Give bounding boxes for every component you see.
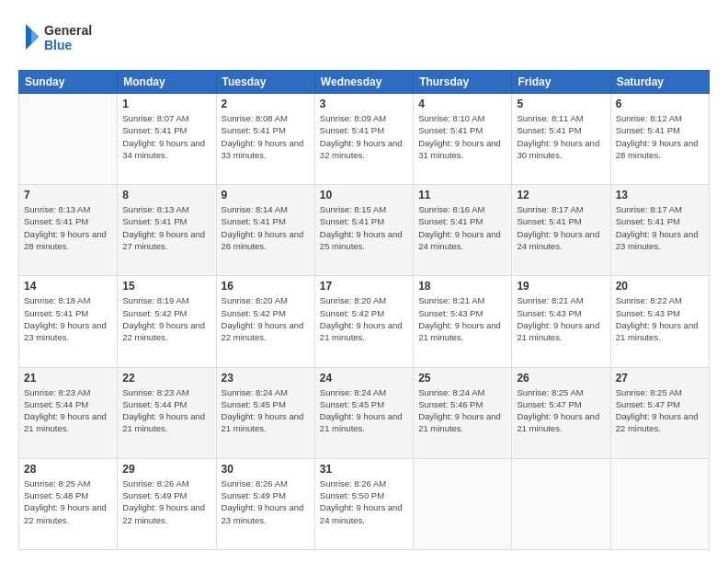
day-number: 6 [616,98,704,110]
calendar-header-row: SundayMondayTuesdayWednesdayThursdayFrid… [19,71,710,94]
calendar-cell: 3Sunrise: 8:09 AMSunset: 5:41 PMDaylight… [314,94,413,185]
day-number: 31 [320,463,408,476]
calendar-week-row: 7Sunrise: 8:13 AMSunset: 5:41 PMDaylight… [19,185,710,276]
day-number: 10 [320,189,408,201]
day-number: 19 [517,280,605,293]
calendar-cell: 22Sunrise: 8:23 AMSunset: 5:44 PMDayligh… [118,367,216,458]
day-number: 15 [122,280,210,293]
day-number: 20 [616,280,704,293]
cell-info: Sunrise: 8:23 AMSunset: 5:44 PMDaylight:… [24,386,112,435]
calendar-day-header: Thursday [414,71,512,94]
calendar-day-header: Wednesday [314,71,413,94]
cell-info: Sunrise: 8:20 AMSunset: 5:42 PMDaylight:… [320,294,408,343]
calendar-cell: 28Sunrise: 8:25 AMSunset: 5:48 PMDayligh… [19,458,118,549]
cell-info: Sunrise: 8:17 AMSunset: 5:41 PMDaylight:… [616,203,704,252]
calendar-cell: 5Sunrise: 8:11 AMSunset: 5:41 PMDaylight… [512,94,610,185]
cell-info: Sunrise: 8:13 AMSunset: 5:41 PMDaylight:… [24,203,112,252]
calendar-cell: 4Sunrise: 8:10 AMSunset: 5:41 PMDaylight… [414,94,512,185]
calendar-cell: 30Sunrise: 8:26 AMSunset: 5:49 PMDayligh… [216,458,314,549]
calendar-cell: 12Sunrise: 8:17 AMSunset: 5:41 PMDayligh… [512,185,610,276]
calendar-cell: 31Sunrise: 8:26 AMSunset: 5:50 PMDayligh… [314,458,413,549]
logo-svg: General Blue [18,17,119,57]
day-number: 8 [122,189,210,201]
day-number: 25 [418,372,506,385]
day-number: 13 [616,189,704,201]
calendar-cell: 17Sunrise: 8:20 AMSunset: 5:42 PMDayligh… [314,276,413,367]
calendar-cell: 16Sunrise: 8:20 AMSunset: 5:42 PMDayligh… [216,276,314,367]
cell-info: Sunrise: 8:26 AMSunset: 5:50 PMDaylight:… [320,477,408,526]
cell-info: Sunrise: 8:19 AMSunset: 5:42 PMDaylight:… [122,294,210,343]
calendar-cell: 27Sunrise: 8:25 AMSunset: 5:47 PMDayligh… [610,367,709,458]
cell-info: Sunrise: 8:15 AMSunset: 5:41 PMDaylight:… [320,203,408,252]
day-number: 22 [122,372,210,385]
day-number: 27 [616,372,704,385]
day-number: 3 [320,98,408,110]
calendar-day-header: Friday [512,71,610,94]
cell-info: Sunrise: 8:24 AMSunset: 5:45 PMDaylight:… [320,386,408,435]
calendar-cell: 23Sunrise: 8:24 AMSunset: 5:45 PMDayligh… [216,367,314,458]
day-number: 9 [222,189,310,201]
calendar-cell: 25Sunrise: 8:24 AMSunset: 5:46 PMDayligh… [414,367,512,458]
cell-info: Sunrise: 8:09 AMSunset: 5:41 PMDaylight:… [320,112,408,161]
cell-info: Sunrise: 8:13 AMSunset: 5:41 PMDaylight:… [122,203,210,252]
day-number: 17 [320,280,408,293]
day-number: 23 [222,372,310,385]
calendar-cell: 14Sunrise: 8:18 AMSunset: 5:41 PMDayligh… [19,276,118,367]
cell-info: Sunrise: 8:26 AMSunset: 5:49 PMDaylight:… [222,477,310,526]
calendar-week-row: 28Sunrise: 8:25 AMSunset: 5:48 PMDayligh… [19,458,710,549]
cell-info: Sunrise: 8:25 AMSunset: 5:47 PMDaylight:… [616,386,704,435]
calendar-cell [610,458,709,549]
calendar-cell: 15Sunrise: 8:19 AMSunset: 5:42 PMDayligh… [118,276,216,367]
calendar-cell: 1Sunrise: 8:07 AMSunset: 5:41 PMDaylight… [118,94,216,185]
day-number: 24 [320,372,408,385]
calendar-week-row: 14Sunrise: 8:18 AMSunset: 5:41 PMDayligh… [19,276,710,367]
logo: General Blue [18,17,119,61]
page: General Blue SundayMondayTuesdayWednesda… [0,0,728,563]
svg-marker-3 [31,29,39,44]
calendar-day-header: Saturday [610,71,709,94]
calendar-cell: 13Sunrise: 8:17 AMSunset: 5:41 PMDayligh… [610,185,709,276]
cell-info: Sunrise: 8:08 AMSunset: 5:41 PMDaylight:… [222,112,310,161]
day-number: 11 [418,189,506,201]
calendar-week-row: 1Sunrise: 8:07 AMSunset: 5:41 PMDaylight… [19,94,710,185]
calendar-cell: 8Sunrise: 8:13 AMSunset: 5:41 PMDaylight… [118,185,216,276]
day-number: 1 [122,98,210,110]
day-number: 16 [222,280,310,293]
day-number: 14 [24,280,112,293]
calendar-cell: 26Sunrise: 8:25 AMSunset: 5:47 PMDayligh… [512,367,610,458]
cell-info: Sunrise: 8:07 AMSunset: 5:41 PMDaylight:… [122,112,210,161]
calendar-cell: 18Sunrise: 8:21 AMSunset: 5:43 PMDayligh… [414,276,512,367]
day-number: 28 [24,463,112,476]
calendar-cell: 29Sunrise: 8:26 AMSunset: 5:49 PMDayligh… [118,458,216,549]
cell-info: Sunrise: 8:10 AMSunset: 5:41 PMDaylight:… [418,112,506,161]
day-number: 7 [24,189,112,201]
cell-info: Sunrise: 8:22 AMSunset: 5:43 PMDaylight:… [616,294,704,343]
cell-info: Sunrise: 8:11 AMSunset: 5:41 PMDaylight:… [517,112,605,161]
cell-info: Sunrise: 8:14 AMSunset: 5:41 PMDaylight:… [222,203,310,252]
calendar-cell [19,94,118,185]
calendar-week-row: 21Sunrise: 8:23 AMSunset: 5:44 PMDayligh… [19,367,710,458]
calendar-cell: 11Sunrise: 8:16 AMSunset: 5:41 PMDayligh… [414,185,512,276]
day-number: 30 [222,463,310,476]
svg-text:General: General [44,23,92,38]
day-number: 29 [122,463,210,476]
cell-info: Sunrise: 8:17 AMSunset: 5:41 PMDaylight:… [517,203,605,252]
cell-info: Sunrise: 8:25 AMSunset: 5:47 PMDaylight:… [517,386,605,435]
day-number: 5 [517,98,605,110]
calendar-cell: 2Sunrise: 8:08 AMSunset: 5:41 PMDaylight… [216,94,314,185]
cell-info: Sunrise: 8:21 AMSunset: 5:43 PMDaylight:… [418,294,506,343]
calendar-table: SundayMondayTuesdayWednesdayThursdayFrid… [18,70,710,550]
cell-info: Sunrise: 8:21 AMSunset: 5:43 PMDaylight:… [517,294,605,343]
day-number: 26 [517,372,605,385]
calendar-day-header: Tuesday [216,71,314,94]
calendar-cell: 24Sunrise: 8:24 AMSunset: 5:45 PMDayligh… [314,367,413,458]
day-number: 18 [418,280,506,293]
day-number: 2 [222,98,310,110]
day-number: 12 [517,189,605,201]
calendar-cell [414,458,512,549]
calendar-day-header: Monday [118,71,216,94]
calendar-cell: 9Sunrise: 8:14 AMSunset: 5:41 PMDaylight… [216,185,314,276]
cell-info: Sunrise: 8:25 AMSunset: 5:48 PMDaylight:… [24,477,112,526]
calendar-cell: 19Sunrise: 8:21 AMSunset: 5:43 PMDayligh… [512,276,610,367]
cell-info: Sunrise: 8:20 AMSunset: 5:42 PMDaylight:… [222,294,310,343]
